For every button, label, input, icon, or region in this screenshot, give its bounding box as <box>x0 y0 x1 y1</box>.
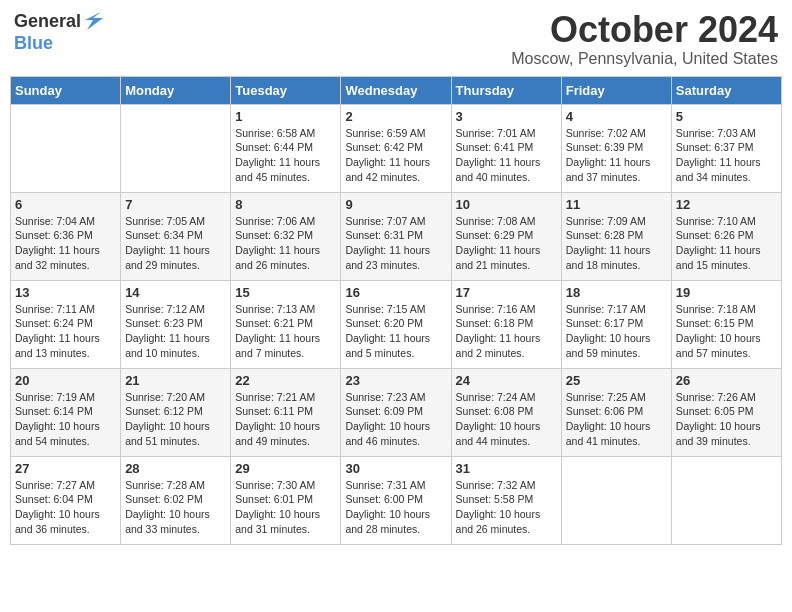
day-info: Sunrise: 7:09 AM Sunset: 6:28 PM Dayligh… <box>566 214 667 273</box>
calendar-day-cell: 19Sunrise: 7:18 AM Sunset: 6:15 PM Dayli… <box>671 280 781 368</box>
calendar-day-cell: 6Sunrise: 7:04 AM Sunset: 6:36 PM Daylig… <box>11 192 121 280</box>
day-number: 13 <box>15 285 116 300</box>
day-number: 29 <box>235 461 336 476</box>
calendar-day-cell <box>561 456 671 544</box>
day-number: 6 <box>15 197 116 212</box>
calendar-day-cell: 9Sunrise: 7:07 AM Sunset: 6:31 PM Daylig… <box>341 192 451 280</box>
day-info: Sunrise: 7:21 AM Sunset: 6:11 PM Dayligh… <box>235 390 336 449</box>
calendar-day-cell: 1Sunrise: 6:58 AM Sunset: 6:44 PM Daylig… <box>231 104 341 192</box>
weekday-header-cell: Wednesday <box>341 76 451 104</box>
day-number: 4 <box>566 109 667 124</box>
calendar-day-cell: 8Sunrise: 7:06 AM Sunset: 6:32 PM Daylig… <box>231 192 341 280</box>
day-number: 17 <box>456 285 557 300</box>
day-info: Sunrise: 7:19 AM Sunset: 6:14 PM Dayligh… <box>15 390 116 449</box>
calendar-day-cell <box>671 456 781 544</box>
day-number: 16 <box>345 285 446 300</box>
day-info: Sunrise: 7:12 AM Sunset: 6:23 PM Dayligh… <box>125 302 226 361</box>
calendar-day-cell: 28Sunrise: 7:28 AM Sunset: 6:02 PM Dayli… <box>121 456 231 544</box>
calendar-day-cell: 22Sunrise: 7:21 AM Sunset: 6:11 PM Dayli… <box>231 368 341 456</box>
logo-blue-text: Blue <box>14 33 53 53</box>
calendar-day-cell: 24Sunrise: 7:24 AM Sunset: 6:08 PM Dayli… <box>451 368 561 456</box>
calendar-week-row: 1Sunrise: 6:58 AM Sunset: 6:44 PM Daylig… <box>11 104 782 192</box>
calendar-day-cell: 10Sunrise: 7:08 AM Sunset: 6:29 PM Dayli… <box>451 192 561 280</box>
day-number: 20 <box>15 373 116 388</box>
calendar-day-cell: 3Sunrise: 7:01 AM Sunset: 6:41 PM Daylig… <box>451 104 561 192</box>
day-info: Sunrise: 7:25 AM Sunset: 6:06 PM Dayligh… <box>566 390 667 449</box>
calendar-day-cell: 29Sunrise: 7:30 AM Sunset: 6:01 PM Dayli… <box>231 456 341 544</box>
calendar-day-cell: 11Sunrise: 7:09 AM Sunset: 6:28 PM Dayli… <box>561 192 671 280</box>
header: General Blue October 2024 Moscow, Pennsy… <box>10 10 782 68</box>
day-info: Sunrise: 7:03 AM Sunset: 6:37 PM Dayligh… <box>676 126 777 185</box>
title-area: October 2024 Moscow, Pennsylvania, Unite… <box>511 10 778 68</box>
day-info: Sunrise: 6:59 AM Sunset: 6:42 PM Dayligh… <box>345 126 446 185</box>
month-title: October 2024 <box>511 10 778 50</box>
weekday-header-cell: Tuesday <box>231 76 341 104</box>
weekday-header-row: SundayMondayTuesdayWednesdayThursdayFrid… <box>11 76 782 104</box>
day-info: Sunrise: 7:23 AM Sunset: 6:09 PM Dayligh… <box>345 390 446 449</box>
calendar-day-cell: 17Sunrise: 7:16 AM Sunset: 6:18 PM Dayli… <box>451 280 561 368</box>
calendar-week-row: 13Sunrise: 7:11 AM Sunset: 6:24 PM Dayli… <box>11 280 782 368</box>
day-number: 3 <box>456 109 557 124</box>
day-number: 28 <box>125 461 226 476</box>
logo-bird-icon <box>83 10 103 34</box>
day-info: Sunrise: 7:31 AM Sunset: 6:00 PM Dayligh… <box>345 478 446 537</box>
day-number: 12 <box>676 197 777 212</box>
day-number: 23 <box>345 373 446 388</box>
day-number: 7 <box>125 197 226 212</box>
day-number: 11 <box>566 197 667 212</box>
logo: General Blue <box>14 10 103 54</box>
day-info: Sunrise: 7:18 AM Sunset: 6:15 PM Dayligh… <box>676 302 777 361</box>
calendar-day-cell: 23Sunrise: 7:23 AM Sunset: 6:09 PM Dayli… <box>341 368 451 456</box>
day-info: Sunrise: 7:06 AM Sunset: 6:32 PM Dayligh… <box>235 214 336 273</box>
day-number: 18 <box>566 285 667 300</box>
calendar-day-cell: 13Sunrise: 7:11 AM Sunset: 6:24 PM Dayli… <box>11 280 121 368</box>
day-info: Sunrise: 7:11 AM Sunset: 6:24 PM Dayligh… <box>15 302 116 361</box>
logo-general-text: General <box>14 12 81 32</box>
day-number: 1 <box>235 109 336 124</box>
day-info: Sunrise: 7:04 AM Sunset: 6:36 PM Dayligh… <box>15 214 116 273</box>
location: Moscow, Pennsylvania, United States <box>511 50 778 68</box>
weekday-header-cell: Monday <box>121 76 231 104</box>
day-number: 14 <box>125 285 226 300</box>
day-number: 26 <box>676 373 777 388</box>
calendar-day-cell <box>11 104 121 192</box>
day-info: Sunrise: 7:24 AM Sunset: 6:08 PM Dayligh… <box>456 390 557 449</box>
day-info: Sunrise: 7:27 AM Sunset: 6:04 PM Dayligh… <box>15 478 116 537</box>
weekday-header-cell: Thursday <box>451 76 561 104</box>
weekday-header-cell: Sunday <box>11 76 121 104</box>
day-info: Sunrise: 7:01 AM Sunset: 6:41 PM Dayligh… <box>456 126 557 185</box>
calendar-day-cell: 15Sunrise: 7:13 AM Sunset: 6:21 PM Dayli… <box>231 280 341 368</box>
calendar-day-cell: 21Sunrise: 7:20 AM Sunset: 6:12 PM Dayli… <box>121 368 231 456</box>
day-number: 2 <box>345 109 446 124</box>
day-info: Sunrise: 7:13 AM Sunset: 6:21 PM Dayligh… <box>235 302 336 361</box>
calendar-day-cell: 26Sunrise: 7:26 AM Sunset: 6:05 PM Dayli… <box>671 368 781 456</box>
day-number: 19 <box>676 285 777 300</box>
day-info: Sunrise: 7:07 AM Sunset: 6:31 PM Dayligh… <box>345 214 446 273</box>
day-info: Sunrise: 7:20 AM Sunset: 6:12 PM Dayligh… <box>125 390 226 449</box>
calendar-week-row: 27Sunrise: 7:27 AM Sunset: 6:04 PM Dayli… <box>11 456 782 544</box>
calendar-day-cell: 12Sunrise: 7:10 AM Sunset: 6:26 PM Dayli… <box>671 192 781 280</box>
calendar-body: 1Sunrise: 6:58 AM Sunset: 6:44 PM Daylig… <box>11 104 782 544</box>
day-info: Sunrise: 7:16 AM Sunset: 6:18 PM Dayligh… <box>456 302 557 361</box>
calendar-day-cell <box>121 104 231 192</box>
day-info: Sunrise: 7:28 AM Sunset: 6:02 PM Dayligh… <box>125 478 226 537</box>
day-info: Sunrise: 7:08 AM Sunset: 6:29 PM Dayligh… <box>456 214 557 273</box>
day-number: 21 <box>125 373 226 388</box>
weekday-header-cell: Saturday <box>671 76 781 104</box>
day-number: 8 <box>235 197 336 212</box>
calendar-day-cell: 2Sunrise: 6:59 AM Sunset: 6:42 PM Daylig… <box>341 104 451 192</box>
day-info: Sunrise: 7:10 AM Sunset: 6:26 PM Dayligh… <box>676 214 777 273</box>
day-info: Sunrise: 7:02 AM Sunset: 6:39 PM Dayligh… <box>566 126 667 185</box>
calendar-day-cell: 30Sunrise: 7:31 AM Sunset: 6:00 PM Dayli… <box>341 456 451 544</box>
day-number: 22 <box>235 373 336 388</box>
day-number: 9 <box>345 197 446 212</box>
day-number: 31 <box>456 461 557 476</box>
day-info: Sunrise: 6:58 AM Sunset: 6:44 PM Dayligh… <box>235 126 336 185</box>
day-info: Sunrise: 7:17 AM Sunset: 6:17 PM Dayligh… <box>566 302 667 361</box>
calendar-day-cell: 27Sunrise: 7:27 AM Sunset: 6:04 PM Dayli… <box>11 456 121 544</box>
day-info: Sunrise: 7:32 AM Sunset: 5:58 PM Dayligh… <box>456 478 557 537</box>
day-number: 30 <box>345 461 446 476</box>
calendar-day-cell: 18Sunrise: 7:17 AM Sunset: 6:17 PM Dayli… <box>561 280 671 368</box>
calendar-table: SundayMondayTuesdayWednesdayThursdayFrid… <box>10 76 782 545</box>
day-info: Sunrise: 7:30 AM Sunset: 6:01 PM Dayligh… <box>235 478 336 537</box>
